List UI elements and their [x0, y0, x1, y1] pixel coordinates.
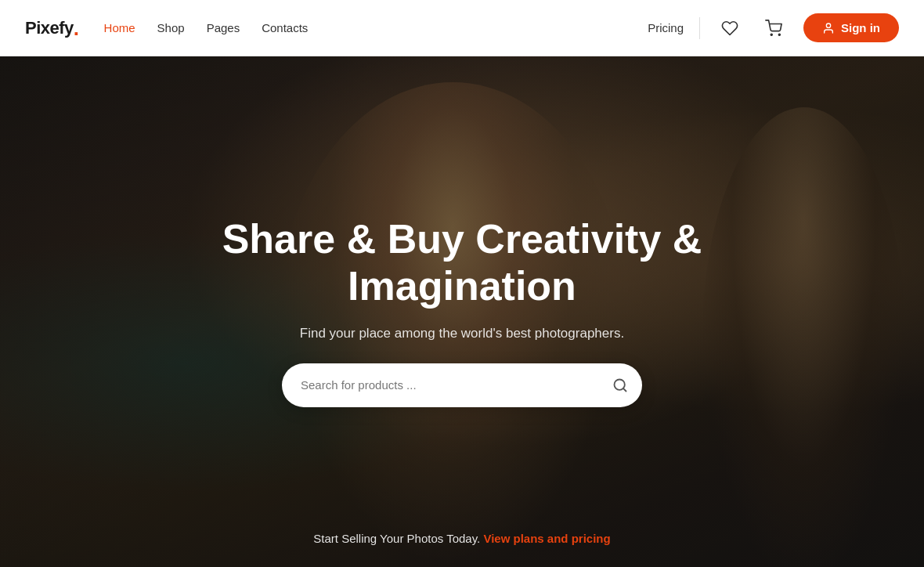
- header: Pixefy. Home Shop Pages Contacts Pricing: [0, 0, 924, 56]
- hero-subtitle: Find your place among the world's best p…: [300, 326, 624, 341]
- search-icon: [612, 377, 628, 393]
- nav-pages[interactable]: Pages: [207, 21, 240, 34]
- logo-text: Pixefy: [25, 18, 74, 38]
- svg-point-2: [826, 23, 830, 27]
- hero-content: Share & Buy Creativity & Imagination Fin…: [0, 56, 924, 567]
- svg-point-1: [778, 34, 780, 35]
- header-right: Pricing Sign in: [648, 13, 899, 42]
- nav-home[interactable]: Home: [104, 21, 135, 34]
- nav-shop[interactable]: Shop: [157, 21, 185, 34]
- plans-pricing-link[interactable]: View plans and pricing: [483, 532, 610, 545]
- heart-icon: [721, 20, 738, 37]
- cart-icon: [765, 20, 782, 37]
- signin-label: Sign in: [841, 21, 880, 34]
- user-icon: [822, 22, 835, 34]
- hero-footer-text: Start Selling Your Photos Today. View pl…: [0, 532, 924, 545]
- svg-point-0: [771, 34, 772, 35]
- search-input[interactable]: [301, 378, 605, 392]
- hero-footer: Start Selling Your Photos Today. View pl…: [0, 532, 924, 545]
- logo-dot: .: [74, 18, 79, 38]
- svg-line-4: [623, 388, 626, 392]
- hero-section: Share & Buy Creativity & Imagination Fin…: [0, 56, 924, 567]
- search-button[interactable]: [605, 370, 636, 401]
- header-left: Pixefy. Home Shop Pages Contacts: [25, 18, 308, 38]
- logo[interactable]: Pixefy.: [25, 18, 79, 38]
- hero-title: Share & Buy Creativity & Imagination: [168, 216, 756, 310]
- cart-button[interactable]: [760, 14, 788, 42]
- pricing-link[interactable]: Pricing: [648, 21, 684, 34]
- nav-contacts[interactable]: Contacts: [262, 21, 308, 34]
- signin-button[interactable]: Sign in: [803, 13, 899, 42]
- nav: Home Shop Pages Contacts: [104, 21, 309, 34]
- wishlist-button[interactable]: [716, 14, 744, 42]
- search-bar: [282, 363, 642, 407]
- header-divider: [699, 17, 700, 39]
